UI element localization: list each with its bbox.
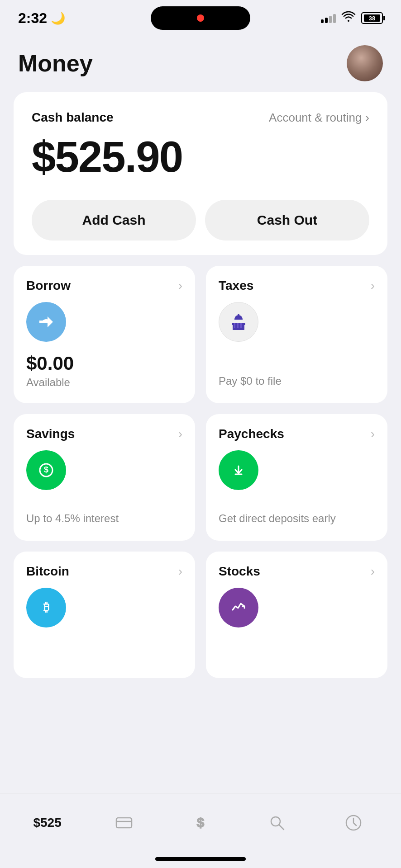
battery-level: 38 xyxy=(364,14,380,22)
paychecks-chevron-icon: › xyxy=(371,427,375,441)
borrow-card[interactable]: Borrow › $0.00 Available xyxy=(14,266,195,403)
tab-activity[interactable] xyxy=(315,812,392,834)
paychecks-title: Paychecks xyxy=(219,427,284,441)
borrow-chevron-icon: › xyxy=(178,278,182,293)
bitcoin-icon: ₿ xyxy=(26,588,66,627)
account-routing-link[interactable]: Account & routing › xyxy=(269,111,369,125)
svg-point-14 xyxy=(271,817,280,826)
search-tab-icon xyxy=(266,812,288,834)
svg-rect-5 xyxy=(238,314,239,316)
cash-amount: $525.90 xyxy=(32,132,369,182)
cash-balance-label: Cash balance xyxy=(32,110,114,125)
battery-icon: 38 xyxy=(361,12,383,24)
savings-card[interactable]: Savings › $ Up to 4.5% interest xyxy=(14,414,195,541)
svg-text:$: $ xyxy=(44,465,48,474)
time-label: 2:32 xyxy=(18,10,47,27)
dynamic-island xyxy=(151,6,250,30)
avatar[interactable] xyxy=(347,45,383,81)
stocks-chevron-icon: › xyxy=(371,564,375,579)
signal-icon xyxy=(321,13,336,23)
cash-out-button[interactable]: Cash Out xyxy=(205,200,369,241)
tab-home[interactable]: $525 xyxy=(9,816,86,830)
svg-rect-11 xyxy=(116,818,132,828)
svg-rect-4 xyxy=(240,323,242,328)
taxes-card[interactable]: Taxes › Pay $0 to file xyxy=(206,266,387,403)
tab-search[interactable] xyxy=(239,812,315,834)
account-routing-text: Account & routing xyxy=(269,111,362,125)
bitcoin-card[interactable]: Bitcoin › ₿ xyxy=(14,552,195,678)
savings-icon: $ xyxy=(26,450,66,490)
status-time: 2:32 🌙 xyxy=(18,10,65,27)
savings-description: Up to 4.5% interest xyxy=(26,511,182,526)
tab-bar: $525 $ xyxy=(0,793,401,852)
svg-rect-6 xyxy=(233,329,244,330)
page-title: Money xyxy=(18,50,93,77)
paychecks-description: Get direct deposits early xyxy=(219,511,375,526)
savings-chevron-icon: › xyxy=(178,427,182,441)
tab-balance-label: $525 xyxy=(33,816,61,830)
taxes-icon xyxy=(219,302,258,342)
savings-title: Savings xyxy=(26,427,75,441)
taxes-description: Pay $0 to file xyxy=(219,373,375,389)
paychecks-card[interactable]: Paychecks › Get direct deposits early xyxy=(206,414,387,541)
cash-balance-card: Cash balance Account & routing › $525.90… xyxy=(14,92,387,255)
cash-actions: Add Cash Cash Out xyxy=(32,200,369,241)
moon-icon: 🌙 xyxy=(51,11,65,25)
svg-text:$: $ xyxy=(197,816,204,830)
svg-rect-2 xyxy=(234,323,235,328)
status-icons: 38 xyxy=(321,11,383,25)
pay-tab-icon: $ xyxy=(190,812,211,834)
svg-line-15 xyxy=(279,825,284,830)
add-cash-button[interactable]: Add Cash xyxy=(32,200,196,241)
paychecks-icon xyxy=(219,450,258,490)
bitcoin-chevron-icon: › xyxy=(178,564,182,579)
svg-text:₿: ₿ xyxy=(43,600,49,614)
card-tab-icon xyxy=(113,812,135,834)
wifi-icon xyxy=(341,11,356,25)
taxes-chevron-icon: › xyxy=(371,278,375,293)
home-indicator xyxy=(155,857,246,861)
borrow-title: Borrow xyxy=(26,278,71,293)
feature-cards-grid: Borrow › $0.00 Available Taxes › xyxy=(14,266,387,678)
main-content: Cash balance Account & routing › $525.90… xyxy=(0,92,401,793)
tab-card[interactable] xyxy=(86,812,162,834)
status-bar: 2:32 🌙 38 xyxy=(0,0,401,36)
bitcoin-title: Bitcoin xyxy=(26,564,69,579)
stocks-card[interactable]: Stocks › xyxy=(206,552,387,678)
page-header: Money xyxy=(0,36,401,92)
tab-pay[interactable]: $ xyxy=(162,812,239,834)
recording-indicator xyxy=(197,14,204,22)
activity-tab-icon xyxy=(343,812,364,834)
taxes-title: Taxes xyxy=(219,278,253,293)
svg-rect-3 xyxy=(237,323,239,328)
borrow-value: $0.00 xyxy=(26,353,182,374)
stocks-icon xyxy=(219,588,258,627)
borrow-icon xyxy=(26,302,66,342)
chevron-right-icon: › xyxy=(365,111,369,125)
stocks-title: Stocks xyxy=(219,564,260,579)
borrow-sub: Available xyxy=(26,376,182,389)
